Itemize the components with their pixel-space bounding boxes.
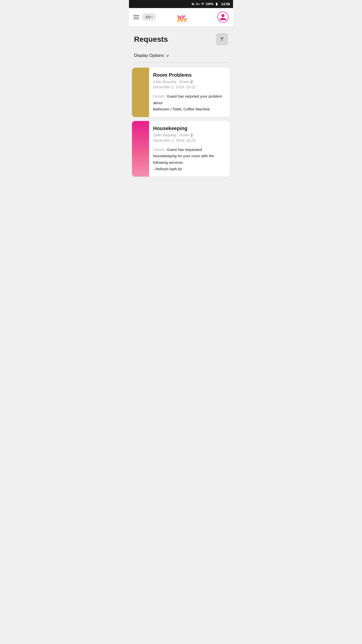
app-header: EN ▾ we bee [129,8,233,26]
display-options-chevron: ∨ [166,53,169,58]
network-icon: H+ [196,3,200,6]
card-accent-pink [132,121,149,177]
hamburger-menu-button[interactable] [133,15,139,19]
battery-percent: 100% [206,2,213,6]
status-bar: H+ 100% 14:56 [129,0,233,8]
card-details-label-1: Details: [153,94,166,98]
language-label: EN [146,15,150,19]
logo-svg: we bee [175,10,198,23]
language-selector[interactable]: EN ▾ [142,13,156,21]
card-guest-2: Zafer Başulaş , Room 2 [153,133,226,137]
status-time: 14:56 [221,2,230,6]
language-arrow: ▾ [151,16,153,18]
cards-container: Room Problems Zafer Başulaş , Room 2 Dec… [129,63,233,182]
display-options-button[interactable]: Display Options ∨ [134,53,169,58]
card-room-label-2: Room [179,133,190,137]
page-content: Requests Display Options ∨ Room Problems… [129,26,233,182]
profile-button[interactable] [217,12,229,23]
page-header: Requests [129,26,233,50]
card-details-2: Details: Guest has requested housekeepin… [153,146,226,172]
battery-icon [215,2,219,6]
display-options-label: Display Options [134,53,164,58]
status-icons: H+ 100% 14:56 [191,2,230,6]
card-room-label-1: Room [179,79,190,84]
card-title-1: Room Problems [153,72,226,78]
card-date-2: December 2, 2019, 16:22 [153,138,226,142]
display-options-section: Display Options ∨ [129,50,233,62]
card-room-num-1: 2 [191,79,193,84]
card-body-2: Housekeeping Zafer Başulaş , Room 2 Dece… [149,121,230,177]
card-comma-1: , [177,79,179,84]
card-comma-2: , [177,133,179,137]
request-card[interactable]: Room Problems Zafer Başulaş , Room 2 Dec… [132,68,230,117]
card-body-1: Room Problems Zafer Başulaş , Room 2 Dec… [149,68,230,117]
header-left: EN ▾ [133,13,156,21]
app-logo: we bee [175,10,198,24]
filter-button[interactable] [216,33,228,45]
filter-icon [219,36,225,42]
card-title-2: Housekeeping [153,126,226,131]
card-date-1: December 2, 2019, 16:22 [153,85,226,89]
card-details-1: Details: Guest has reported your problem… [153,93,226,112]
svg-text:bee: bee [177,15,188,23]
page-title: Requests [134,35,168,44]
card-guest-name-1: Zafer Başulaş [153,79,176,84]
mute-icon [191,2,195,6]
signal-icon [201,2,204,6]
card-details-label-2: Details: [153,147,166,152]
card-guest-1: Zafer Başulaş , Room 2 [153,79,226,84]
profile-avatar-icon [219,13,227,21]
card-room-num-2: 2 [191,133,193,137]
request-card-2[interactable]: Housekeeping Zafer Başulaş , Room 2 Dece… [132,121,230,177]
card-guest-name-2: Zafer Başulaş [153,133,176,137]
card-accent-yellow [132,68,149,117]
